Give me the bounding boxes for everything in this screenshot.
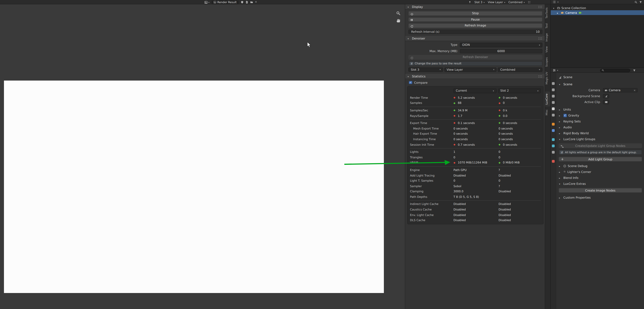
value-text: 1070 MiB/11264 MiB (458, 161, 487, 164)
pin-image-icon[interactable] (468, 1, 471, 3)
keying-sets-section-header[interactable]: ▸ Keying Sets (556, 119, 644, 124)
tool-properties-tab[interactable] (550, 80, 556, 86)
rigid-body-world-section-header[interactable]: ▸ Rigid Body World (556, 131, 644, 136)
blend-info-section-header[interactable]: ▸ Blend Info (556, 175, 644, 180)
npanel-tab-image[interactable]: Image (545, 31, 550, 44)
data-properties-tab[interactable] (550, 158, 556, 164)
custom-properties-section-header[interactable]: ▸ Custom Properties (556, 195, 644, 200)
outliner-row-scene-collection[interactable]: ▾ Scene Collection (551, 5, 644, 10)
header-options-icon[interactable] (528, 1, 531, 3)
panel-drag-handle[interactable] (538, 5, 542, 8)
layer-dropdown[interactable]: View Layer ▾ (444, 67, 497, 72)
view-layer-properties-tab[interactable] (550, 99, 556, 105)
view-layer-dropdown[interactable]: View Layer ▾ (488, 0, 505, 4)
audio-section-header[interactable]: ▸ Audio (556, 125, 644, 130)
image-datablock-selector[interactable]: Render Result (212, 0, 239, 4)
properties-filter-icon[interactable] (633, 69, 636, 72)
stats-column1-dropdown[interactable]: Current ▾ (454, 88, 496, 93)
stats-row-label: DLS Cache (410, 219, 454, 222)
open-image-button[interactable] (250, 1, 253, 3)
stats-slot2-value: 0 seconds (498, 132, 541, 136)
slot-dropdown[interactable]: Slot 3 ▾ (408, 67, 443, 72)
panel-expand-icon: ▾ (559, 83, 562, 86)
npanel-tab-scopes[interactable]: Scopes (545, 55, 550, 69)
render-properties-tab[interactable] (550, 87, 556, 92)
refresh-image-button[interactable]: Refresh Image (408, 23, 542, 28)
chevron-down-icon: ▾ (484, 1, 485, 3)
render-pass-dropdown[interactable]: Combined ▾ (508, 0, 525, 4)
compare-checkbox[interactable]: ✓ (409, 81, 412, 84)
stats-slot2-value: 0 (498, 179, 541, 182)
stats-column2-dropdown[interactable]: Slot 2 ▾ (498, 88, 541, 93)
stop-button[interactable]: Stop (408, 11, 542, 15)
denoiser-type-dropdown[interactable]: OIDN ▾ (460, 43, 542, 47)
stats-row: Rays/Sample◆1.7◆0.0 (410, 113, 541, 118)
gravity-checkbox[interactable]: ✓ (563, 114, 567, 117)
npanel-tab-textools[interactable]: TexTools (545, 5, 550, 20)
particles-properties-tab[interactable] (550, 137, 556, 142)
scene-properties-tab[interactable] (550, 106, 556, 111)
scene-debug-section-header[interactable]: ▸ Scene Debug (556, 163, 644, 169)
disclosure-icon[interactable]: ▾ (553, 6, 556, 9)
panel-expand-icon: ▾ (559, 182, 562, 185)
denoiser-panel-header[interactable]: ▾ Denoiser (405, 36, 545, 41)
camera-datablock-value: Camera (609, 88, 620, 92)
units-section-header[interactable]: ▸ Units (556, 107, 644, 112)
search-icon[interactable] (634, 0, 637, 3)
active-clip-field[interactable] (603, 100, 609, 104)
properties-search-input[interactable] (600, 69, 630, 72)
gravity-section-header[interactable]: ▸ ✓ Gravity (556, 113, 644, 118)
fake-user-icon[interactable] (240, 1, 243, 3)
scene-panel-header[interactable]: ▾ Scene (556, 82, 644, 87)
new-image-button[interactable] (245, 1, 248, 3)
world-properties-tab[interactable] (550, 112, 556, 118)
modifier-properties-tab[interactable] (550, 128, 556, 133)
output-properties-tab[interactable] (550, 93, 556, 99)
pause-button[interactable]: Pause (408, 17, 542, 22)
value-text: 1 (454, 150, 455, 154)
green-diamond-icon: ◆ (498, 161, 503, 164)
background-scene-field[interactable] (603, 94, 609, 98)
red-diamond-icon: ◆ (454, 122, 458, 124)
pan-gizmo-icon[interactable] (396, 18, 400, 23)
zoom-gizmo-icon[interactable] (396, 11, 400, 15)
filter-icon[interactable] (639, 0, 642, 3)
stats-current-value: Disabled (454, 174, 498, 177)
npanel-tab-view[interactable]: View (545, 44, 550, 55)
create-image-nodes-button[interactable]: Create Image Nodes (558, 188, 642, 193)
light-groups-section-header[interactable]: ▾ LuxCore Light Groups (556, 137, 644, 142)
refresh-interval-field[interactable]: Refresh Interval (s) 10 (408, 29, 542, 34)
image-editor-canvas[interactable] (0, 4, 405, 309)
constraints-properties-tab[interactable] (550, 149, 556, 155)
pass-dropdown[interactable]: Combined ▾ (498, 67, 542, 72)
outliner-row-camera[interactable]: ▸ Camera (551, 10, 644, 15)
panel-drag-handle[interactable] (538, 37, 542, 40)
npanel-tab-tool[interactable]: Tool (545, 21, 550, 30)
stats-row: Samples/Sec◆34.9 M◆0 k (410, 108, 541, 113)
value-text: ? (498, 184, 500, 188)
lighters-corner-section-header[interactable]: ▸ ☼ Lighter's Corner (556, 169, 644, 175)
object-properties-tab[interactable] (550, 121, 556, 127)
stats-row-label: Session Init Time (410, 143, 454, 146)
disclosure-icon[interactable]: ▸ (557, 11, 560, 14)
create-light-group-nodes-button[interactable]: Create/Update Light Group Nodes (558, 143, 642, 148)
refresh-denoiser-button[interactable]: Refresh Denoiser (408, 55, 542, 59)
unlink-image-button[interactable]: × (255, 1, 257, 3)
denoiser-info-text: Change the pass to see the result (415, 62, 462, 65)
scene-icon (605, 95, 608, 97)
npanel-tab-magic-uv[interactable]: Magic UV (545, 70, 550, 86)
unlink-icon[interactable]: × (634, 89, 636, 92)
render-slot-dropdown[interactable]: Slot 3 ▾ (474, 0, 485, 4)
add-light-group-button[interactable]: + Add Light Group (558, 157, 642, 162)
npanel-tab-misc[interactable]: Misc (545, 107, 550, 117)
luxcore-extras-section-header[interactable]: ▾ LuxCore Extras (556, 181, 644, 186)
camera-datablock-field[interactable]: Camera × (603, 88, 638, 92)
display-panel-header[interactable]: ▾ Display (405, 4, 545, 9)
max-memory-field[interactable]: 6000 (460, 49, 542, 53)
statistics-panel-header[interactable]: ▾ Statistics (405, 74, 545, 79)
panel-drag-handle[interactable] (538, 75, 542, 78)
stats-current-value: ◆5.2 seconds (454, 96, 498, 99)
editor-type-button[interactable]: ▾ (204, 0, 210, 4)
physics-properties-tab[interactable] (550, 143, 556, 148)
npanel-tab-luxcore[interactable]: LuxCore (545, 92, 550, 107)
